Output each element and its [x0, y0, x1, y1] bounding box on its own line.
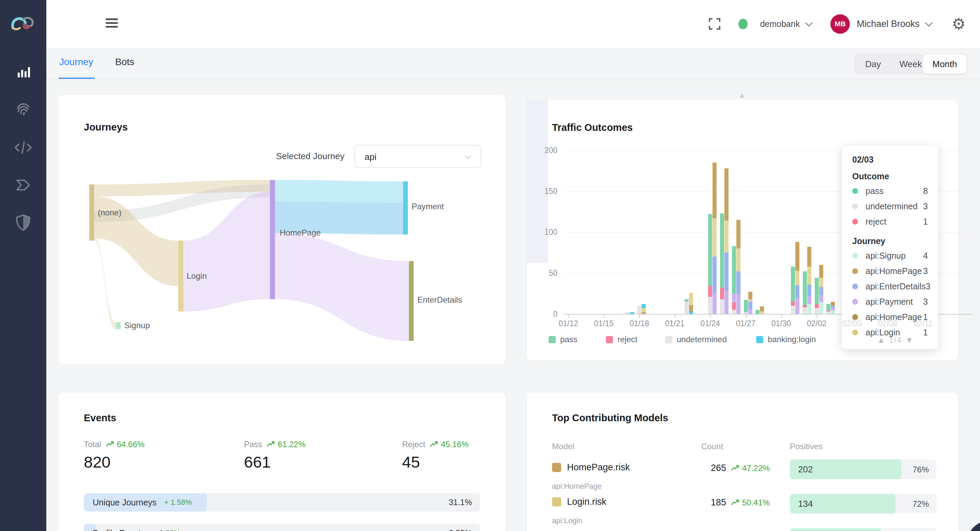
bar-outcome-01/24-reject[interactable]	[708, 286, 712, 297]
gear-icon[interactable]: ⚙	[952, 16, 966, 32]
bar-journey-01/31-enterdetails[interactable]	[795, 285, 799, 298]
collapse-card-icon[interactable]: ▲	[739, 91, 746, 99]
bar-outcome-02/03-pass[interactable]	[826, 304, 830, 311]
metric-pill-row[interactable]: Unique Journeys+ 1.58%31.1%	[84, 493, 480, 512]
bar-outcome-01/31-undetermined[interactable]	[791, 306, 795, 314]
metric-pill-row[interactable]: Profile Events+ 2.32%2.32%	[84, 524, 480, 531]
bar-journey-02/01-enterdetails[interactable]	[807, 285, 811, 296]
bar-outcome-01/22-undetermined[interactable]	[684, 301, 689, 314]
bar-journey-01/24-login[interactable]	[713, 218, 717, 257]
bar-journey-02/02-enterdetails[interactable]	[819, 287, 823, 295]
bar-outcome-01/31-pass[interactable]	[791, 266, 795, 301]
bar-outcome-01/26-payment[interactable]	[732, 293, 736, 302]
bar-outcome-01/25-reject[interactable]	[720, 288, 724, 299]
menu-hamburger-icon[interactable]	[106, 18, 118, 29]
bar-journey-01/28-login[interactable]	[760, 311, 764, 314]
bar-journey-01/18-login[interactable]	[642, 308, 646, 312]
bar-journey-01/17-banking[interactable]	[630, 312, 634, 314]
bar-journey-01/24-enterdetails[interactable]	[713, 257, 717, 293]
bar-journey-01/18-homepage[interactable]	[642, 312, 646, 314]
bar-outcome-01/28-pass[interactable]	[756, 310, 759, 314]
bar-journey-02/02-login[interactable]	[819, 278, 823, 287]
chat-fab[interactable]	[967, 521, 980, 531]
bar-outcome-01/25-pass[interactable]	[720, 214, 724, 288]
bar-outcome-02/02-pass[interactable]	[815, 278, 819, 304]
bar-journey-01/25-payment[interactable]	[724, 291, 729, 314]
sankey-node-login[interactable]	[178, 241, 183, 311]
bar-journey-02/01-homepage[interactable]	[807, 247, 811, 266]
legend-item-undetermined[interactable]: undetermined	[665, 335, 727, 344]
bar-journey-01/26-login[interactable]	[737, 249, 740, 271]
bar-journey-01/22-login[interactable]	[689, 293, 693, 305]
sidebar-item-security[interactable]	[0, 210, 46, 234]
sankey-node-payment[interactable]	[403, 181, 408, 234]
bar-journey-01/25-enterdetails[interactable]	[724, 252, 729, 291]
bar-journey-02/01-payment[interactable]	[807, 296, 811, 304]
table-row[interactable]: Login.riskapi:Login18550.41%13472%	[527, 494, 958, 528]
bar-outcome-01/27-pass[interactable]	[744, 300, 748, 312]
bar-journey-01/27-enterdetails[interactable]	[748, 301, 752, 309]
org-selector[interactable]: demobank	[760, 19, 800, 29]
bar-outcome-01/26-reject[interactable]	[732, 302, 736, 310]
sankey-node-signup[interactable]	[116, 322, 121, 329]
bar-journey-01/27-payment[interactable]	[748, 309, 752, 314]
sidebar-item-journeys[interactable]	[0, 173, 46, 197]
app-logo[interactable]	[8, 10, 38, 40]
sankey-node-none[interactable]	[89, 184, 94, 241]
bar-outcome-01/26-undetermined[interactable]	[732, 310, 736, 314]
bar-journey-02/03-enterdetails[interactable]	[831, 306, 835, 308]
bar-outcome-02/01-pass[interactable]	[803, 271, 807, 305]
bar-journey-01/22-banking[interactable]	[689, 311, 693, 314]
range-month[interactable]: Month	[923, 54, 966, 73]
fullscreen-icon[interactable]	[708, 18, 721, 30]
tab-journey[interactable]: Journey	[59, 57, 93, 67]
bar-journey-02/03-payment[interactable]	[831, 308, 835, 311]
bar-journey-02/03-homepage_dark[interactable]	[831, 302, 835, 303]
bar-journey-01/18-banking[interactable]	[642, 304, 646, 308]
bar-outcome-01/24-pass[interactable]	[708, 214, 712, 286]
table-row[interactable]: HomePage.riskapi:HomePage26547.22%20276%	[527, 459, 958, 494]
bar-outcome-02/01-reject[interactable]	[803, 305, 807, 308]
page-down-icon[interactable]: ▼	[905, 335, 914, 344]
bar-outcome-01/18-undetermined[interactable]	[637, 306, 641, 314]
bar-outcome-01/24-undetermined[interactable]	[708, 297, 712, 314]
chevron-down-icon[interactable]	[805, 19, 813, 27]
bar-outcome-02/03-reject[interactable]	[826, 311, 830, 311]
sidebar-item-analytics[interactable]	[0, 60, 46, 84]
sidebar-item-code[interactable]	[0, 136, 46, 159]
bar-journey-02/02-homepage[interactable]	[819, 265, 823, 278]
sankey-node-enterdetails[interactable]	[409, 261, 414, 341]
bar-journey-02/03-signup[interactable]	[831, 311, 835, 314]
avatar[interactable]: MB	[830, 14, 850, 34]
bar-journey-01/24-payment[interactable]	[713, 293, 717, 314]
bar-outcome-01/26-pass[interactable]	[732, 246, 736, 293]
bar-journey-01/24-homepage[interactable]	[713, 163, 717, 218]
legend-item-pass[interactable]: pass	[549, 335, 578, 344]
page-up-icon[interactable]: ▲	[877, 335, 886, 344]
chart-pagination[interactable]: ▲ 1/4 ▼	[877, 335, 914, 345]
bar-outcome-02/01-undetermined[interactable]	[803, 308, 807, 314]
bar-outcome-02/02-undetermined[interactable]	[815, 308, 819, 314]
bar-outcome-01/31-reject[interactable]	[791, 301, 795, 306]
bar-journey-02/02-signup[interactable]	[819, 302, 823, 314]
bar-journey-01/27-login[interactable]	[748, 299, 752, 301]
legend-item-banking:login[interactable]: banking:login	[756, 335, 816, 344]
table-row[interactable]	[527, 528, 958, 531]
bar-journey-01/31-homepage[interactable]	[795, 242, 799, 271]
bar-journey-01/27-homepage[interactable]	[748, 292, 752, 299]
bar-journey-01/22-homepage[interactable]	[689, 305, 693, 311]
user-menu[interactable]: Michael Brooks	[857, 19, 920, 29]
chevron-down-icon[interactable]	[925, 19, 932, 27]
bar-journey-02/03-homepage[interactable]	[831, 303, 835, 306]
bar-outcome-01/27-undetermined[interactable]	[744, 312, 748, 314]
bar-outcome-01/17-undetermined[interactable]	[625, 312, 630, 314]
bar-outcome-01/25-undetermined[interactable]	[720, 299, 724, 314]
sankey-node-homepage[interactable]	[270, 180, 275, 299]
bar-journey-01/26-enterdetails[interactable]	[737, 271, 740, 294]
legend-item-reject[interactable]: reject	[606, 335, 638, 344]
bar-journey-01/25-login[interactable]	[724, 220, 729, 252]
bar-journey-02/03-login[interactable]	[831, 301, 835, 302]
bar-journey-02/01-login[interactable]	[807, 266, 811, 285]
bar-journey-01/25-homepage[interactable]	[724, 168, 729, 221]
bar-journey-01/28-homepage[interactable]	[760, 306, 764, 311]
